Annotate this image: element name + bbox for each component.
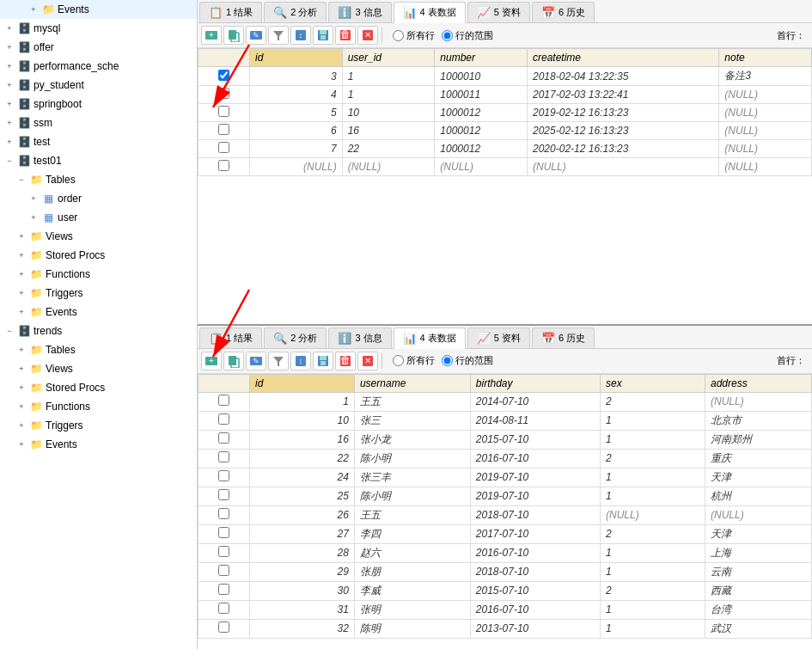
col-number[interactable]: number [435,49,528,67]
sidebar-item-tables-test01[interactable]: − 📁 Tables [0,170,197,189]
row-checkbox2[interactable] [198,411,250,430]
cell2-id[interactable]: 24 [250,468,355,487]
table-row[interactable]: 25 陈小明 2019-07-10 1 杭州 [198,487,812,505]
col2-username[interactable]: username [354,374,470,392]
expand-icon[interactable]: + [3,79,15,91]
sidebar-item-offer[interactable]: + 🗄️ offer [0,38,197,57]
sidebar-item-views-test01[interactable]: + 📁 Views [0,227,197,246]
row-checkbox2[interactable] [198,487,250,505]
tab2-resource5[interactable]: 📈 5 资料 [467,328,530,348]
add-row-btn[interactable]: + [201,26,222,45]
table-row[interactable]: 22 陈小明 2016-07-10 2 重庆 [198,449,812,468]
col-id[interactable]: id [250,49,343,67]
cell2-id[interactable]: 10 [250,411,355,430]
row-checkbox2[interactable] [198,543,250,562]
table-row[interactable]: 27 李四 2017-07-10 2 天津 [198,524,812,543]
radio-all-rows2[interactable]: 所有行 [393,354,435,367]
expand-icon[interactable]: + [15,419,27,432]
col2-sex[interactable]: sex [601,374,705,392]
sidebar-item-views-trends[interactable]: + 📁 Views [0,359,197,378]
sidebar-item-springboot[interactable]: + 🗄️ springboot [0,95,197,113]
cell-id[interactable]: 4 [250,86,343,104]
expand-icon[interactable]: + [15,306,27,318]
sidebar-item-ssm[interactable]: + 🗄️ ssm [0,113,197,132]
expand-icon[interactable]: + [15,401,27,413]
col-createtime[interactable]: createtime [528,49,719,67]
delete-btn[interactable]: 🗑 [335,26,356,45]
sidebar-item-trends[interactable]: − 🗄️ trends [0,321,197,340]
row-checkbox2[interactable] [198,581,250,600]
row-checkbox2[interactable] [198,524,250,543]
expand-icon[interactable]: + [15,438,27,450]
table-row[interactable]: 28 赵六 2016-07-10 1 上海 [198,543,812,562]
expand-icon[interactable]: + [3,41,15,53]
col2-address[interactable]: address [705,374,811,392]
expand-icon[interactable]: + [15,230,27,242]
table-row[interactable]: 26 王五 2018-07-10 (NULL) (NULL) [198,505,812,524]
expand-icon[interactable]: + [27,3,40,15]
sort-btn[interactable]: ↕ [290,26,311,45]
cell-id[interactable]: 3 [250,67,343,86]
delete-btn2[interactable]: 🗑 [335,352,356,370]
sidebar-item-user[interactable]: + ▦ user [0,208,197,227]
sidebar-item-events-test01[interactable]: + 📁 Events [0,303,197,321]
cell2-id[interactable]: 1 [250,392,355,411]
row-checkbox2[interactable] [198,600,250,619]
cell2-id[interactable]: 28 [250,543,355,562]
cell2-id[interactable]: 32 [250,619,355,638]
expand-icon[interactable]: + [15,363,27,375]
row-checkbox2[interactable] [198,468,250,487]
expand-icon[interactable]: + [3,136,15,148]
row-checkbox[interactable] [198,122,250,140]
expand-icon[interactable]: − [15,174,27,186]
cancel-btn2[interactable]: ✕ [357,352,378,370]
sort-btn2[interactable]: ↕ [290,352,311,370]
expand-icon[interactable]: + [3,60,15,72]
cancel-btn[interactable]: ✕ [357,26,378,45]
table-row[interactable]: 32 陈明 2013-07-10 1 武汉 [198,619,812,638]
cell2-id[interactable]: 31 [250,600,355,619]
radio-row-range[interactable]: 行的范围 [442,29,493,42]
cell-id[interactable]: 7 [250,140,343,158]
table-row[interactable]: 7 22 1000012 2020-02-12 16:13:23 (NULL) [198,140,812,158]
edit-row-btn2[interactable]: ✎ [246,352,266,370]
upper-table-container[interactable]: id user_id number createtime note 3 1 10… [198,48,812,324]
table-row[interactable]: 16 张小龙 2015-07-10 1 河南郑州 [198,430,812,449]
tab2-analysis2[interactable]: 🔍 2 分析 [264,328,327,348]
row-checkbox[interactable] [198,86,250,104]
row-checkbox2[interactable] [198,430,250,449]
tab2-tabledata4[interactable]: 📊 4 表数据 [394,328,466,349]
cell2-id[interactable]: 29 [250,562,355,581]
table-row[interactable]: 5 10 1000012 2019-02-12 16:13:23 (NULL) [198,104,812,122]
row-checkbox[interactable] [198,158,250,176]
row-checkbox2[interactable] [198,505,250,524]
expand-icon[interactable]: − [3,325,15,337]
sidebar-item-py-student[interactable]: + 🗄️ py_student [0,76,197,95]
table-row[interactable]: 24 张三丰 2019-07-10 1 天津 [198,468,812,487]
row-checkbox2[interactable] [198,562,250,581]
sidebar-item-storedprocs-test01[interactable]: + 📁 Stored Procs [0,246,197,265]
expand-icon[interactable]: + [15,268,27,280]
table-row[interactable]: (NULL) (NULL) (NULL) (NULL) (NULL) [198,158,812,176]
copy-row-btn2[interactable] [223,352,244,370]
table-row[interactable]: 3 1 1000010 2018-02-04 13:22:35 备注3 [198,67,812,86]
table-row[interactable]: 30 李威 2015-07-10 2 西藏 [198,581,812,600]
tab2-result1[interactable]: 📋 1 结果 [199,328,262,348]
cell2-id[interactable]: 16 [250,430,355,449]
table-row[interactable]: 1 王五 2014-07-10 2 (NULL) [198,392,812,411]
row-checkbox[interactable] [198,104,250,122]
sidebar-item-events-mysql[interactable]: + 📁 Events [0,0,197,19]
cell2-id[interactable]: 25 [250,487,355,505]
sidebar-item-performance[interactable]: + 🗄️ performance_sche [0,57,197,76]
expand-icon[interactable]: + [15,382,27,394]
expand-icon[interactable]: + [27,193,40,205]
edit-row-btn[interactable]: ✎ [246,26,266,45]
save-btn[interactable] [313,26,333,45]
sidebar-item-order[interactable]: + ▦ order [0,189,197,208]
expand-icon[interactable]: + [3,117,15,129]
col-user-id[interactable]: user_id [342,49,435,67]
tab-resource5[interactable]: 📈 5 资料 [467,2,530,22]
sidebar-item-functions-trends[interactable]: + 📁 Functions [0,397,197,416]
tab2-info3[interactable]: ℹ️ 3 信息 [328,328,391,348]
tab2-history6[interactable]: 📅 6 历史 [532,328,595,348]
